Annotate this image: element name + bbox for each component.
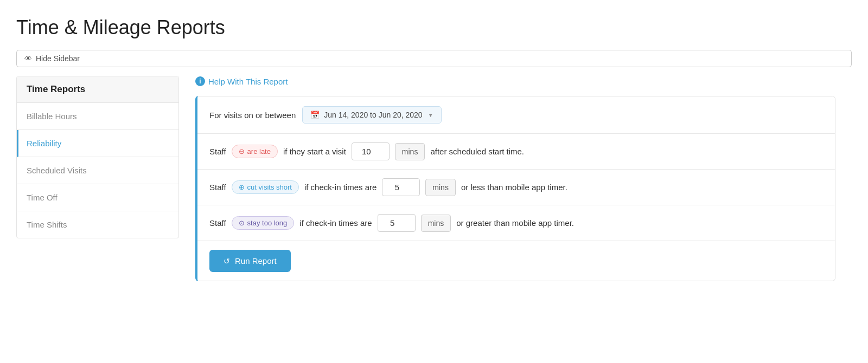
short-badge-icon: ⊕: [239, 183, 245, 191]
sidebar-item-billable-hours[interactable]: Billable Hours: [17, 103, 178, 130]
late-minutes-input[interactable]: [352, 142, 390, 160]
report-row-short: Staff ⊕ cut visits short if check-in tim…: [197, 170, 835, 205]
short-unit: mins: [425, 179, 456, 196]
long-unit: mins: [421, 215, 451, 232]
run-btn-row: ↺ Run Report: [197, 241, 835, 281]
date-label: For visits on or between: [209, 111, 296, 120]
date-picker[interactable]: 📅 Jun 14, 2020 to Jun 20, 2020 ▼: [302, 106, 441, 124]
row1-middle: if they start a visit: [283, 147, 346, 156]
report-content: i Help With This Report For visits on or…: [179, 76, 852, 352]
row3-suffix: or greater than mobile app timer.: [456, 218, 574, 228]
late-unit: mins: [395, 143, 425, 160]
sidebar-header: Time Reports: [17, 76, 178, 103]
info-icon: i: [195, 76, 205, 86]
row1-prefix: Staff: [209, 147, 226, 156]
help-link-label: Help With This Report: [208, 77, 288, 86]
eye-icon: 👁: [24, 54, 32, 63]
report-row-late: Staff ⊖ are late if they start a visit m…: [197, 134, 835, 170]
run-report-label: Run Report: [235, 256, 277, 265]
hide-sidebar-button[interactable]: 👁 Hide Sidebar: [16, 50, 852, 67]
chevron-down-icon: ▼: [428, 112, 433, 118]
row1-suffix: after scheduled start time.: [430, 147, 524, 156]
row3-prefix: Staff: [209, 218, 226, 228]
date-row: For visits on or between 📅 Jun 14, 2020 …: [197, 96, 835, 134]
row2-prefix: Staff: [209, 183, 226, 192]
sidebar-item-scheduled-visits[interactable]: Scheduled Visits: [17, 157, 178, 184]
sidebar-item-time-off[interactable]: Time Off: [17, 184, 178, 211]
help-link[interactable]: i Help With This Report: [195, 76, 288, 86]
long-badge-icon: ⊙: [239, 219, 245, 227]
short-minutes-input[interactable]: [382, 178, 420, 196]
row3-middle: if check-in times are: [299, 218, 372, 228]
sidebar-item-reliability[interactable]: Reliability: [17, 130, 178, 157]
report-card: For visits on or between 📅 Jun 14, 2020 …: [195, 96, 835, 281]
sidebar-item-time-shifts[interactable]: Time Shifts: [17, 211, 178, 238]
date-value: Jun 14, 2020 to Jun 20, 2020: [324, 111, 422, 119]
long-badge-label: stay too long: [247, 219, 288, 227]
badge-stay-too-long: ⊙ stay too long: [232, 216, 295, 230]
late-badge-icon: ⊖: [239, 147, 245, 155]
long-minutes-input[interactable]: [378, 214, 416, 232]
calendar-icon: 📅: [310, 111, 320, 119]
sidebar: Time Reports Billable Hours Reliability …: [16, 76, 179, 238]
row2-middle: if check-in times are: [304, 183, 376, 192]
badge-cut-visits-short: ⊕ cut visits short: [232, 180, 299, 194]
refresh-icon: ↺: [224, 257, 230, 265]
run-report-button[interactable]: ↺ Run Report: [209, 250, 291, 272]
report-row-long: Staff ⊙ stay too long if check-in times …: [197, 205, 835, 241]
hide-sidebar-label: Hide Sidebar: [36, 54, 80, 63]
short-badge-label: cut visits short: [247, 183, 292, 191]
page-title: Time & Mileage Reports: [16, 16, 852, 39]
row2-suffix: or less than mobile app timer.: [461, 183, 567, 192]
badge-are-late: ⊖ are late: [232, 145, 278, 158]
late-badge-label: are late: [247, 147, 271, 155]
